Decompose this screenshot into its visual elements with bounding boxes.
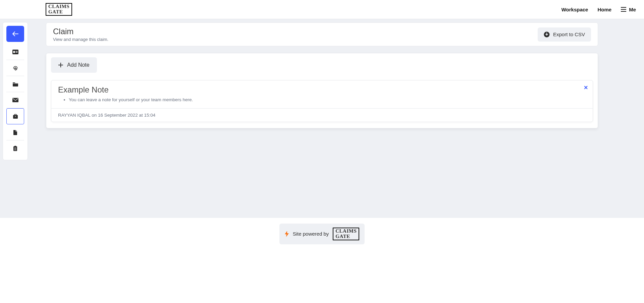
fingerprint-icon xyxy=(12,65,18,71)
envelope-icon xyxy=(12,98,18,102)
header: CLAIMS GATE Workspace Home Me xyxy=(0,0,644,19)
export-csv-label: Export to CSV xyxy=(553,32,585,37)
download-circle-icon xyxy=(544,32,550,38)
id-card-icon xyxy=(12,50,18,54)
svg-rect-6 xyxy=(15,116,16,117)
close-icon: ✕ xyxy=(584,85,588,90)
nav: Workspace Home Me xyxy=(561,7,636,12)
note-body: Example Note You can leave a note for yo… xyxy=(51,80,593,108)
arrow-left-icon xyxy=(12,32,18,36)
note-footer: RAYYAN IQBAL on 16 September 2022 at 15:… xyxy=(51,108,593,122)
note-title: Example Note xyxy=(58,85,586,95)
sidebar-item-id-card[interactable] xyxy=(6,44,24,60)
sidebar-back-button[interactable] xyxy=(6,26,24,42)
brand-line2: GATE xyxy=(48,9,69,15)
nav-home[interactable]: Home xyxy=(597,7,611,12)
brand-line1: CLAIMS xyxy=(335,229,357,234)
bolt-icon xyxy=(285,231,289,237)
sidebar-item-folder[interactable] xyxy=(6,76,24,92)
brand-line1: CLAIMS xyxy=(48,4,69,9)
note-item: ✕ Example Note You can leave a note for … xyxy=(51,80,593,122)
sidebar-item-briefcase[interactable] xyxy=(6,108,24,124)
menu-icon xyxy=(621,7,626,12)
sidebar-item-fingerprint[interactable] xyxy=(6,60,24,76)
note-close-button[interactable]: ✕ xyxy=(584,84,588,91)
export-csv-button[interactable]: Export to CSV xyxy=(538,27,591,42)
svg-rect-3 xyxy=(15,52,17,53)
plus-icon xyxy=(58,63,63,67)
svg-rect-1 xyxy=(13,51,15,53)
sidebar-item-document[interactable] xyxy=(6,124,24,140)
body: Claim View and manage this claim. Export… xyxy=(0,19,644,218)
notes-card: Add Note ✕ Example Note You can leave a … xyxy=(46,53,598,128)
document-icon xyxy=(13,130,17,135)
nav-me[interactable]: Me xyxy=(621,7,636,12)
nav-me-label: Me xyxy=(629,7,636,12)
brand-line2: GATE xyxy=(335,234,357,239)
note-text-list: You can leave a note for yourself or you… xyxy=(58,97,586,102)
sidebar-item-envelope[interactable] xyxy=(6,92,24,108)
briefcase-icon xyxy=(13,114,18,119)
footer: Site powered by CLAIMS GATE xyxy=(0,218,644,303)
main: Claim View and manage this claim. Export… xyxy=(46,22,598,128)
brand-logo[interactable]: CLAIMS GATE xyxy=(46,3,72,16)
sidebar-item-clipboard[interactable] xyxy=(6,140,24,157)
add-note-label: Add Note xyxy=(67,62,90,68)
page-subtitle: View and manage this claim. xyxy=(53,37,108,42)
add-note-button[interactable]: Add Note xyxy=(51,57,97,73)
page-title: Claim xyxy=(53,27,108,36)
claim-header-card: Claim View and manage this claim. Export… xyxy=(46,22,598,46)
claim-header-text: Claim View and manage this claim. xyxy=(53,27,108,42)
footer-badge[interactable]: Site powered by CLAIMS GATE xyxy=(279,224,365,244)
note-text: You can leave a note for yourself or you… xyxy=(69,97,586,102)
nav-workspace[interactable]: Workspace xyxy=(561,7,588,12)
footer-brand-logo: CLAIMS GATE xyxy=(333,228,359,240)
svg-rect-8 xyxy=(14,146,16,147)
clipboard-icon xyxy=(13,146,17,151)
folder-icon xyxy=(12,82,18,86)
footer-text: Site powered by xyxy=(293,231,329,237)
sidebar xyxy=(3,22,28,160)
svg-rect-4 xyxy=(12,98,18,102)
svg-rect-2 xyxy=(15,51,17,52)
